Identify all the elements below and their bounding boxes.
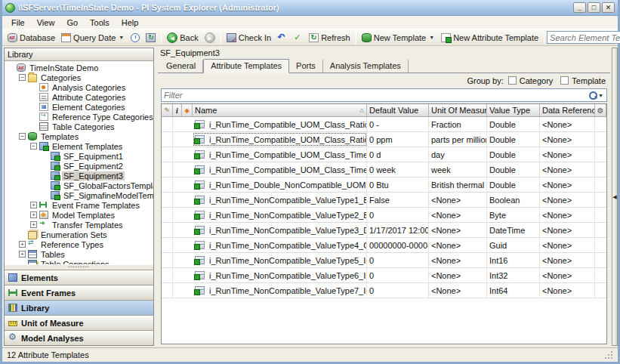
tree-item-attribute-categories[interactable]: Attribute Categories [5, 92, 153, 102]
column-header-name[interactable]: Name △ [193, 104, 367, 116]
table-row[interactable]: i_RunTime_NonCompatible_ValueType2_Byte0… [162, 208, 606, 223]
resize-grip[interactable] [604, 350, 613, 359]
column-header-unit-of-measure[interactable]: Unit Of Measure [429, 104, 487, 116]
table-row[interactable]: i_RunTime_NonCompatible_ValueType5_Int16… [162, 253, 606, 268]
menu-go[interactable]: Go [60, 17, 84, 28]
collapsed-pane-splitter[interactable]: ◀ [612, 48, 618, 346]
nav-button-library[interactable]: Library [5, 300, 153, 315]
refresh-button[interactable]: Refresh [306, 32, 353, 44]
cell-name[interactable]: i_RunTime_NonCompatible_ValueType1_Boole… [193, 193, 367, 207]
cell-name[interactable]: i_RunTime_Compatible_UOM_Class_Ratio_ppm [193, 132, 367, 147]
tree-item-sf-sigmafinemodeltemplate[interactable]: SF_SigmafineModelTemplate [5, 190, 153, 200]
cell-unit-of-measure[interactable]: day [429, 147, 487, 162]
table-row[interactable]: i_RunTime_Compatible_UOM_Class_Ratio_ppm… [162, 132, 606, 147]
tree-item-analysis-categories[interactable]: Analysis Categories [5, 82, 153, 92]
cell-default-value[interactable]: 0 [367, 268, 429, 282]
tree-item-sf-globalfactorstemplate[interactable]: SF_GlobalFactorsTemplate [5, 180, 153, 190]
cell-data-reference[interactable]: <None> [540, 223, 595, 237]
cell-data-reference[interactable]: <None> [540, 283, 595, 298]
filter-search-icon[interactable] [589, 91, 597, 100]
tab-attribute-templates[interactable]: Attribute Templates [203, 59, 289, 73]
column-header-default-value[interactable]: Default Value [367, 104, 429, 116]
nav-button-elements[interactable]: Elements [5, 270, 153, 285]
table-row[interactable]: i_RunTime_NonCompatible_ValueType6_Int32… [162, 268, 606, 283]
cell-data-reference[interactable]: <None> [540, 208, 595, 222]
minimize-button[interactable]: _ [573, 2, 586, 13]
cell-unit-of-measure[interactable]: <None> [429, 223, 487, 237]
cell-data-reference[interactable]: <None> [540, 147, 595, 162]
cell-value-type[interactable]: Int32 [487, 268, 540, 282]
cell-default-value[interactable]: False [367, 193, 429, 207]
search-input[interactable] [550, 33, 620, 42]
cell-name[interactable]: i_RunTime_NonCompatible_ValueType6_Int32 [193, 268, 367, 282]
info-column-header[interactable]: i [173, 104, 182, 116]
expand-icon[interactable]: + [19, 241, 26, 248]
table-row[interactable]: i_RunTime_NonCompatible_ValueType1_Boole… [162, 193, 606, 208]
expand-icon[interactable]: + [30, 202, 37, 208]
filter-box[interactable]: ▼ [161, 88, 607, 102]
table-row[interactable]: i_RunTime_NonCompatible_ValueType3_DateT… [162, 223, 606, 238]
tree-item-templates[interactable]: −Templates [5, 131, 153, 141]
chevron-down-icon[interactable]: ▼ [597, 93, 604, 98]
tree-item-event-frame-templates[interactable]: +Event Frame Templates [5, 200, 153, 210]
cell-data-reference[interactable]: <None> [540, 268, 595, 282]
cell-default-value[interactable]: 0 [367, 253, 429, 267]
time-button[interactable] [128, 32, 143, 44]
database-button[interactable]: Database [5, 32, 58, 44]
cell-value-type[interactable]: Double [487, 162, 540, 177]
tree-item-transfer-templates[interactable]: +Transfer Templates [5, 220, 153, 230]
forward-button[interactable]: ▶ [202, 31, 218, 45]
cell-unit-of-measure[interactable]: <None> [429, 283, 487, 298]
menu-file[interactable]: File [5, 17, 31, 28]
tree-item-enumeration-sets[interactable]: Enumeration Sets [5, 230, 153, 239]
maximize-button[interactable]: □ [588, 2, 600, 13]
group-by-option-template[interactable]: Template [560, 76, 606, 85]
cell-unit-of-measure[interactable]: <None> [429, 238, 487, 252]
cell-default-value[interactable]: 0 - [367, 117, 429, 131]
table-row[interactable]: i_RunTime_Compatible_UOM_Class_Time_Week… [162, 162, 606, 177]
filter-input[interactable] [164, 91, 589, 100]
table-row[interactable]: i_RunTime_NonCompatible_ValueType7_Int64… [162, 283, 606, 298]
cell-data-reference[interactable]: <None> [540, 162, 595, 177]
cell-name[interactable]: i_RunTime_Double_NonCompatible_UOM [193, 177, 367, 192]
cell-data-reference[interactable]: <None> [540, 238, 595, 252]
menu-tools[interactable]: Tools [84, 17, 116, 28]
collapse-icon[interactable]: − [19, 74, 26, 81]
cell-value-type[interactable]: Double [487, 147, 540, 162]
undo-checkout-button[interactable] [274, 32, 290, 44]
nav-button-event-frames[interactable]: Event Frames [5, 285, 153, 300]
tree-item-categories[interactable]: −Categories [5, 72, 153, 82]
title-bar[interactable]: \\SFServer\TimeInState Demo - PI System … [2, 0, 618, 16]
cell-value-type[interactable]: Byte [487, 208, 540, 222]
table-row[interactable]: i_RunTime_Compatible_UOM_Class_Time_Days… [162, 147, 606, 162]
checkbox-category[interactable] [508, 76, 517, 85]
cell-name[interactable]: i_RunTime_NonCompatible_ValueType3_DateT… [193, 223, 367, 237]
cell-unit-of-measure[interactable]: <None> [429, 193, 487, 207]
cell-value-type[interactable]: Double [487, 132, 540, 147]
cell-unit-of-measure[interactable]: <None> [429, 268, 487, 282]
tree-item-table-categories[interactable]: Table Categories [5, 122, 153, 131]
tree-item-table-connections[interactable]: Table Connections [5, 259, 153, 264]
cell-unit-of-measure[interactable]: <None> [429, 253, 487, 267]
cell-name[interactable]: i_RunTime_Compatible_UOM_Class_Time_Days [193, 147, 367, 162]
expand-icon[interactable]: + [30, 221, 37, 228]
sync-button[interactable] [143, 32, 159, 44]
table-row[interactable]: i_RunTime_Compatible_UOM_Class_Ratio_Fra… [162, 117, 606, 132]
cell-default-value[interactable]: 0 week [367, 162, 429, 177]
cell-data-reference[interactable]: <None> [540, 253, 595, 267]
cell-value-type[interactable]: Int64 [487, 283, 540, 298]
cell-default-value[interactable]: 0 [367, 283, 429, 298]
cell-default-value[interactable]: 1/17/2017 12:00:... [367, 223, 429, 237]
cell-data-reference[interactable]: <None> [540, 132, 595, 147]
menu-view[interactable]: View [31, 17, 61, 28]
cell-unit-of-measure[interactable]: British thermal ... [429, 177, 487, 192]
cell-data-reference[interactable]: <None> [540, 177, 595, 192]
search-element-templates-box[interactable]: ▼ [547, 31, 620, 44]
group-by-option-category[interactable]: Category [508, 76, 554, 85]
cell-value-type[interactable]: Boolean [487, 193, 540, 207]
checkbox-template[interactable] [560, 76, 569, 85]
cell-default-value[interactable]: 0 d [367, 147, 429, 162]
tree-item-sf-equipment1[interactable]: SF_Equipment1 [5, 151, 153, 161]
cell-name[interactable]: i_RunTime_NonCompatible_ValueType2_Byte [193, 208, 367, 222]
cell-name[interactable]: i_RunTime_NonCompatible_ValueType4_Guid [193, 238, 367, 252]
